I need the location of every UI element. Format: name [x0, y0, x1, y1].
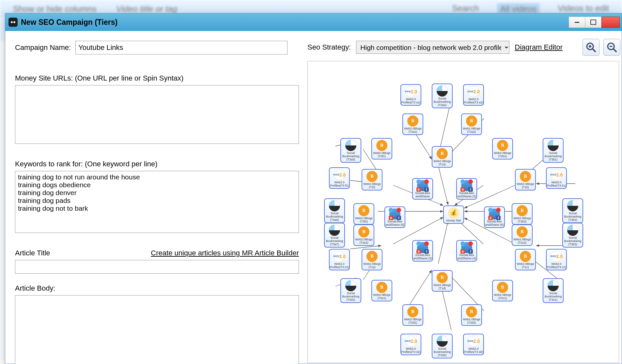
keywords-textarea[interactable]: training dog to not run around the house…	[15, 171, 299, 233]
node-profile-a1[interactable]: WEB2.0Web2.0 Profiles(T3 a1)	[400, 84, 421, 106]
diagram-pane: Seo Strategy: High competition - blog ne…	[305, 31, 622, 364]
node-t1-d[interactable]: BWeb2.0Blogs (T1d)	[432, 270, 453, 292]
node-t2-a2[interactable]: BWeb2.0Blogs (T2a2)	[461, 114, 482, 135]
article-title-input[interactable]	[15, 260, 299, 274]
node-social-5[interactable]: gSocialLikes andShares (5)	[384, 206, 405, 228]
diagram-editor-link[interactable]: Diagram Editor	[515, 43, 563, 52]
node-bookmark-2[interactable]: Social Bookmarking (T3a5)	[340, 138, 361, 163]
node-money-site[interactable]: Money Site	[443, 205, 464, 224]
node-t1-a[interactable]: BWeb2.0Blogs (T1a)	[432, 146, 453, 168]
keywords-label: Keywords to rank for: (One keyword per l…	[15, 160, 300, 168]
node-profile-d1[interactable]: WEB2.0Web2.0 Profiles(T3 d1)	[400, 334, 421, 355]
node-social-6[interactable]: gSocialLikes andShares (6)	[484, 206, 505, 228]
svg-line-1	[592, 49, 596, 52]
node-bookmark-6[interactable]: Social Bookmarking (T3b2)	[562, 198, 583, 223]
node-t2-c1[interactable]: BWeb2.0Blogs (T2c1)	[492, 280, 513, 301]
node-bookmark-8[interactable]: Social Bookmarking (T3c1)	[543, 278, 564, 303]
window-title: New SEO Campaign (Tiers)	[21, 18, 117, 27]
node-t1-f[interactable]: BWeb2.0Blogs (T1f)	[362, 169, 382, 190]
maximize-button[interactable]	[585, 17, 601, 28]
seo-strategy-label: Seo Strategy:	[307, 43, 351, 52]
node-t2-b2[interactable]: BWeb2.0Blogs (T2b2)	[512, 203, 533, 225]
node-t2-c2[interactable]: BWeb2.0Blogs (T2c2)	[512, 224, 533, 246]
campaign-name-input[interactable]	[75, 41, 288, 54]
article-body-textarea[interactable]	[15, 295, 299, 364]
node-t2-d1[interactable]: BWeb2.0Blogs (T2d1)	[402, 304, 423, 326]
svg-line-16	[350, 246, 381, 249]
node-t2-f2[interactable]: BWeb2.0Blogs (T2f2)	[353, 203, 374, 225]
node-profile-c1[interactable]: WEB2.0Web2.0 Profiles(T3 c1)	[546, 249, 567, 270]
node-bookmark-10[interactable]: Social Bookmarking (T3d2)	[432, 334, 453, 358]
node-t1-e[interactable]: BWeb2.0Blogs (T1e)	[362, 249, 382, 270]
node-bookmark-4[interactable]: Social Bookmarking (T3a7)	[324, 223, 345, 248]
svg-line-11	[438, 166, 448, 205]
minimize-button[interactable]	[569, 17, 585, 28]
node-bookmark-9[interactable]: Social Bookmarking (T3d1)	[340, 278, 361, 303]
node-t2-f1[interactable]: BWeb2.0Blogs (T2f1)	[371, 138, 392, 159]
article-body-label: Article Body:	[15, 284, 300, 293]
node-t2-d2[interactable]: BWeb2.0Blogs (T2d2)	[461, 304, 482, 326]
window-titlebar[interactable]: New SEO Campaign (Tiers)	[5, 13, 622, 31]
app-icon	[8, 18, 18, 27]
seo-campaign-window: New SEO Campaign (Tiers) Campaign Name: …	[5, 13, 622, 364]
node-social-2[interactable]: gSocialLikes andShares (2)	[456, 178, 477, 200]
node-profile-d2[interactable]: WEB2.0Web2.0 Profiles(T3 d2)	[463, 334, 484, 355]
node-bookmark-1[interactable]: Social Bookmarking (T2a2)	[432, 83, 453, 108]
bg-show-hide: Show or hide columns	[13, 4, 97, 14]
node-profile-a2[interactable]: WEB2.0Web2.0 Profiles(T3 a2)	[463, 84, 484, 106]
node-profile-f1[interactable]: WEB2.0Web2.0 Profiles(T3 f1)	[329, 167, 350, 189]
diagram-canvas[interactable]: Money Site gSocialLikes andShares gSocia…	[307, 61, 619, 363]
node-t1-c[interactable]: BWeb2.0Blogs (T1c)	[515, 249, 536, 270]
node-social-1[interactable]: gSocialLikes andShares	[412, 178, 433, 200]
zoom-out-button[interactable]	[603, 39, 620, 56]
article-builder-link[interactable]: Create unique articles using MR Article …	[151, 249, 299, 257]
node-bookmark-3[interactable]: Social Bookmarking (T3a6)	[324, 198, 345, 223]
bg-video-title: Video title or tag	[116, 4, 177, 14]
article-title-label: Article Title	[15, 249, 50, 257]
node-t2-a1[interactable]: BWeb2.0Blogs (T2a1)	[402, 114, 423, 135]
node-profile-e1[interactable]: WEB2.0Web2.0 Profiles(T3 e1)	[329, 249, 350, 270]
zoom-in-button[interactable]	[583, 39, 599, 56]
money-urls-label: Money Site URLs: (One URL per line or Sp…	[15, 74, 300, 83]
node-t1-b[interactable]: BWeb2.0Blogs (T1b)	[515, 169, 536, 190]
campaign-name-label: Campaign Name:	[15, 43, 71, 52]
node-t2-e2[interactable]: BWeb2.0Blogs (T2e2)	[353, 224, 374, 246]
node-bookmark-5[interactable]: Social Bookmarking (T3b1)	[543, 138, 564, 163]
node-social-3[interactable]: gSocialLikes andShares (3)	[412, 240, 433, 262]
money-urls-textarea[interactable]	[15, 85, 299, 144]
close-button[interactable]	[601, 17, 620, 28]
svg-line-5	[613, 49, 616, 52]
svg-line-12	[438, 221, 448, 264]
node-t2-b1[interactable]: BWeb2.0Blogs (T2b1)	[492, 138, 513, 159]
form-pane: Campaign Name: Money Site URLs: (One URL…	[5, 31, 305, 364]
seo-strategy-select[interactable]: High competition - blog network web 2.0 …	[356, 41, 509, 54]
node-bookmark-7[interactable]: Social Bookmarking (T3b3)	[562, 223, 583, 248]
node-social-4[interactable]: gSocialLikes andShares (4)	[456, 240, 477, 262]
node-t2-e1[interactable]: BWeb2.0Blogs (T2e1)	[371, 280, 392, 301]
node-profile-b1[interactable]: WEB2.0Web2.0 Profiles(T3 b1)	[546, 167, 567, 189]
